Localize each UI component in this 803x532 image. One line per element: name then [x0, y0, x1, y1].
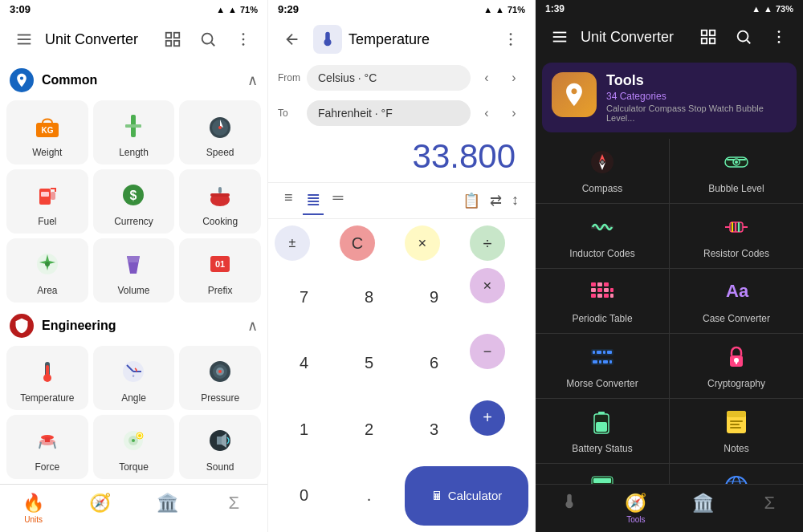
tools-header: Tools 34 Categories Calculator Compass S…	[542, 63, 797, 132]
fuel-item[interactable]: Fuel	[6, 169, 88, 234]
battery-status-tool[interactable]: Battery Status	[536, 399, 669, 463]
p3-nav-units[interactable]	[536, 489, 602, 527]
p3-nav-bank[interactable]: 🏛️	[670, 489, 736, 527]
copy-icon[interactable]: 📋	[459, 189, 483, 213]
p3-nav-tools[interactable]: 🧭 Tools	[602, 489, 669, 527]
bubble-level-tool[interactable]: Bubble Level	[670, 139, 803, 203]
nav-compass[interactable]: 🧭	[67, 489, 133, 527]
grid-view-button[interactable]	[158, 25, 187, 54]
notes-tool[interactable]: Notes	[670, 399, 803, 463]
volume-item[interactable]: Volume	[93, 238, 175, 303]
time-zone-tool[interactable]: Time Zone	[670, 464, 803, 484]
swap-icon[interactable]: ↕	[508, 189, 522, 213]
key-dot[interactable]: .	[340, 466, 398, 525]
inductor-codes-tool[interactable]: Inductor Codes	[536, 204, 669, 268]
pressure-item[interactable]: Pressure	[179, 346, 261, 410]
nav-tools[interactable]: 🏛️	[134, 489, 201, 527]
scientific-calculator-tool[interactable]: Scientific Calculator	[536, 464, 669, 484]
from-unit-select[interactable]: Celsius · °C Fahrenheit · °F Kelvin · K	[307, 65, 471, 91]
nav-units[interactable]: 🔥 Units	[0, 489, 67, 527]
wifi-p2: ▲	[483, 5, 492, 14]
prefix-icon: 01	[204, 248, 236, 280]
format-list-icon[interactable]: ≡	[281, 186, 296, 215]
area-item[interactable]: Area	[6, 238, 88, 303]
key-backspace[interactable]: ✕	[405, 225, 440, 261]
menu-button-p3[interactable]	[545, 22, 574, 51]
to-next-arrow[interactable]: ›	[503, 102, 525, 124]
area-icon	[31, 248, 63, 280]
battery-p3: 73%	[776, 4, 793, 14]
to-label: To	[278, 108, 302, 119]
menu-button[interactable]	[10, 25, 39, 54]
search-button-p3[interactable]	[729, 22, 758, 51]
back-button[interactable]	[278, 25, 307, 54]
speed-item[interactable]: Speed	[179, 100, 261, 164]
scientific-calculator-icon	[585, 473, 620, 484]
length-item[interactable]: Length	[93, 100, 175, 164]
grid-button-p3[interactable]	[694, 22, 723, 51]
force-item[interactable]: Force	[6, 415, 88, 479]
nav-sigma[interactable]: Σ	[201, 489, 267, 527]
signal-p3: ▲	[764, 4, 772, 14]
prefix-item[interactable]: 01 Prefix	[179, 238, 261, 303]
key-7[interactable]: 7	[275, 268, 333, 327]
sound-item[interactable]: Sound	[179, 415, 261, 479]
to-unit-select[interactable]: Fahrenheit · °F Celsius · °C Kelvin · K	[307, 100, 471, 126]
key-multiply[interactable]: ✕	[470, 268, 505, 303]
key-divide[interactable]: ÷	[470, 225, 505, 261]
compass-tool[interactable]: Compass	[536, 139, 669, 203]
status-icons-p3: ▲ ▲ 73%	[752, 4, 793, 14]
search-button-p1[interactable]	[194, 25, 222, 54]
calculator-button[interactable]: 🖩 Calculator	[405, 466, 528, 526]
weight-item[interactable]: KG Weight	[6, 100, 88, 164]
format-compact-icon[interactable]: ≣	[303, 186, 324, 215]
p3-nav-sigma[interactable]: Σ	[736, 489, 803, 527]
svg-rect-67	[710, 30, 715, 35]
svg-rect-20	[41, 192, 49, 197]
svg-point-9	[243, 33, 245, 35]
key-4[interactable]: 4	[275, 334, 333, 392]
torque-item[interactable]: Torque	[93, 415, 175, 479]
key-clear[interactable]: C	[340, 225, 375, 261]
format-minimal-icon[interactable]: ═	[330, 186, 347, 215]
svg-rect-118	[727, 411, 746, 417]
to-prev-arrow[interactable]: ‹	[475, 102, 498, 124]
more-button-p2[interactable]	[496, 25, 525, 54]
periodic-table-tool[interactable]: Periodic Table	[536, 269, 669, 333]
temperature-item[interactable]: Temperature	[6, 346, 88, 410]
currency-item[interactable]: $ Currency	[93, 169, 175, 234]
svg-point-72	[778, 30, 781, 33]
tools-app-icon	[552, 72, 597, 117]
angle-item[interactable]: ° Angle	[93, 346, 175, 410]
cooking-item[interactable]: Cooking	[179, 169, 261, 234]
morse-converter-tool[interactable]: Morse Converter	[536, 334, 669, 398]
key-9[interactable]: 9	[405, 268, 463, 327]
svg-rect-26	[218, 187, 222, 193]
torque-label: Torque	[119, 461, 149, 473]
key-2[interactable]: 2	[340, 400, 398, 459]
engineering-chevron[interactable]: ∧	[247, 317, 258, 335]
key-minus[interactable]: −	[470, 334, 505, 369]
key-5[interactable]: 5	[340, 334, 398, 392]
key-1[interactable]: 1	[275, 400, 333, 459]
common-chevron[interactable]: ∧	[247, 71, 258, 89]
resistor-codes-tool[interactable]: Resistor Codes	[670, 204, 803, 268]
key-8[interactable]: 8	[340, 268, 398, 327]
more-button-p1[interactable]	[229, 25, 258, 54]
key-plus[interactable]: +	[470, 400, 505, 436]
key-6[interactable]: 6	[405, 334, 463, 392]
calculator-icon: 🖩	[431, 489, 443, 502]
case-converter-tool[interactable]: Aa Case Converter	[670, 269, 803, 333]
from-next-arrow[interactable]: ›	[503, 67, 525, 89]
more-button-p3[interactable]	[764, 22, 793, 51]
from-prev-arrow[interactable]: ‹	[475, 67, 498, 89]
key-0[interactable]: 0	[275, 466, 333, 525]
svg-point-18	[218, 126, 222, 129]
notes-label: Notes	[724, 443, 748, 454]
svg-line-71	[747, 40, 750, 43]
share-icon[interactable]: ⇄	[487, 189, 505, 213]
cryptography-tool[interactable]: Cryptography	[670, 334, 803, 398]
speed-icon	[204, 110, 236, 142]
key-plusminus[interactable]: ±	[275, 225, 310, 261]
key-3[interactable]: 3	[405, 400, 463, 459]
